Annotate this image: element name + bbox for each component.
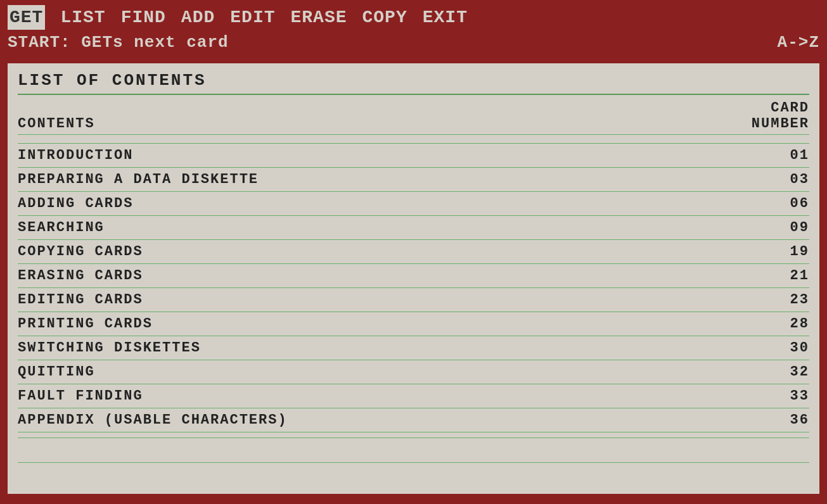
table-body: INTRODUCTION 01 PREPARING A DATA DISKETT… [18,143,809,432]
table-row: QUITTING 32 [18,360,809,384]
table-row: EDITING CARDS 23 [18,287,809,312]
table-header: CARD CONTENTS CARD NUMBER [18,98,809,134]
menu-item-find[interactable]: FIND [121,5,166,30]
menu-item-get[interactable]: GET [8,5,45,30]
table-row: SEARCHING 09 [18,215,809,239]
row-label: FAULT FINDING [18,388,143,404]
menu-item-edit[interactable]: EDIT [230,5,275,30]
table-row: PREPARING A DATA DISKETTE 03 [18,167,809,191]
table-row: PRINTING CARDS 28 [18,312,809,336]
row-label: SEARCHING [18,220,105,236]
menu-item-exit[interactable]: EXIT [423,5,468,30]
row-number: 03 [759,172,809,187]
bottom-spacer [18,438,809,463]
row-label: APPENDIX (USABLE CHARACTERS) [18,412,288,428]
row-label: SWITCHING DISKETTES [18,340,201,356]
status-text: START: GETs next card [8,31,229,54]
row-number: 21 [759,268,809,284]
row-label: QUITTING [18,364,95,380]
table-row: APPENDIX (USABLE CHARACTERS) 36 [18,408,809,432]
row-label: EDITING CARDS [18,292,143,308]
table-row: INTRODUCTION 01 [18,143,809,167]
row-number: 30 [759,340,809,356]
row-label: INTRODUCTION [18,148,133,163]
header-card-col: CARD NUMBER [752,100,809,132]
row-number: 01 [759,148,809,163]
status-bar: START: GETs next card A->Z [8,31,819,54]
menu-item-erase[interactable]: ERASE [291,5,347,30]
menu-item-list[interactable]: LIST [60,5,105,30]
header-contents-col: CARD CONTENTS [18,100,95,132]
table-row: ERASING CARDS 21 [18,263,809,287]
menu-item-copy[interactable]: COPY [362,5,407,30]
row-number: 28 [759,316,809,332]
table-row: COPYING CARDS 19 [18,239,809,263]
table-row: ADDING CARDS 06 [18,191,809,215]
row-label: PRINTING CARDS [18,316,153,332]
title-divider [18,94,809,95]
menu-bar: GET LIST FIND ADD EDIT ERASE COPY EXIT [8,5,819,30]
row-label: ERASING CARDS [18,268,143,284]
row-number: 32 [759,364,809,380]
row-number: 19 [759,244,809,260]
sort-indicator: A->Z [778,31,819,54]
row-number: 23 [759,292,809,308]
table-row: SWITCHING DISKETTES 30 [18,336,809,360]
table-row: FAULT FINDING 33 [18,384,809,408]
row-label: ADDING CARDS [18,196,133,211]
menu-item-add[interactable]: ADD [181,5,215,30]
row-label: PREPARING A DATA DISKETTE [18,172,259,187]
spacer [18,134,809,143]
row-number: 09 [759,220,809,236]
row-number: 36 [759,412,809,428]
row-label: COPYING CARDS [18,244,143,260]
list-title: LIST OF CONTENTS [18,71,809,90]
top-bar: GET LIST FIND ADD EDIT ERASE COPY EXIT S… [0,0,827,58]
row-number: 33 [759,388,809,404]
main-content: LIST OF CONTENTS CARD CONTENTS CARD NUMB… [8,63,819,494]
row-number: 06 [759,196,809,211]
